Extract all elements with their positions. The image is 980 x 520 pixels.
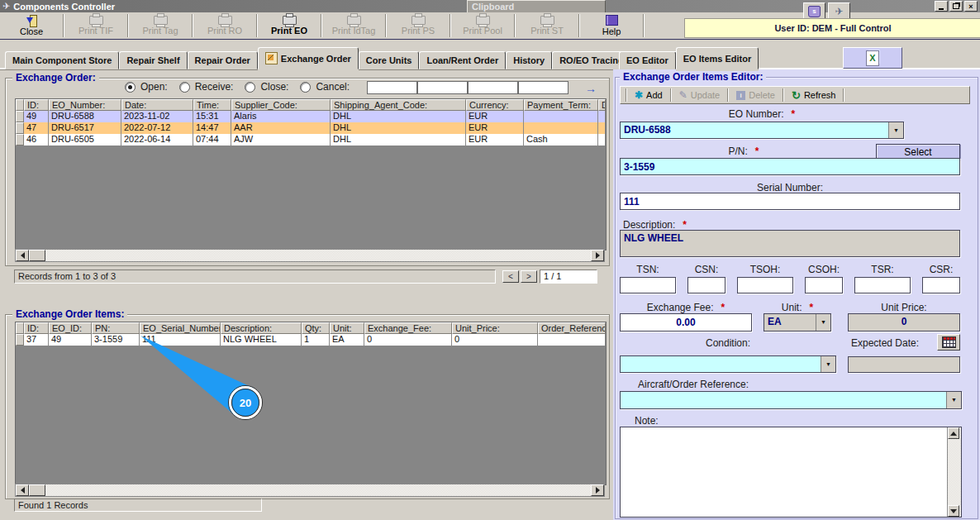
- radio-receive[interactable]: [179, 82, 190, 93]
- page-next-button[interactable]: >: [521, 270, 537, 283]
- exchange-fee-field[interactable]: [620, 313, 752, 332]
- tab-bar: Main Component Store Repair Shelf Repair…: [0, 47, 980, 69]
- col-exchange-fee: Exchange_Fee:: [364, 322, 452, 334]
- eo-table-row[interactable]: 49 DRU-6588 2023-11-02 15:31 Alaris DHL …: [16, 111, 606, 122]
- tsr-field[interactable]: [854, 277, 911, 293]
- scroll-thumb[interactable]: [29, 484, 45, 496]
- eo-number-combobox[interactable]: DRU-6588 ▼: [620, 122, 904, 139]
- items-table-empty-area: [16, 346, 606, 484]
- help-button[interactable]: Help: [582, 13, 641, 38]
- tsoh-field[interactable]: [737, 277, 793, 293]
- update-button[interactable]: ✎ Update: [674, 88, 725, 103]
- eo-table-hscrollbar[interactable]: [15, 249, 605, 262]
- serial-number-field[interactable]: [620, 193, 960, 210]
- radio-open[interactable]: [125, 82, 136, 93]
- radio-cancel[interactable]: [300, 82, 311, 93]
- main-tabs: Main Component Store Repair Shelf Repair…: [5, 47, 693, 69]
- update-pencil-icon: ✎: [679, 90, 687, 100]
- scroll-left-button[interactable]: [16, 250, 29, 261]
- minimize-button[interactable]: [935, 1, 948, 12]
- unit-combobox[interactable]: EA ▼: [764, 313, 831, 332]
- eo-filter-input-3[interactable]: [468, 81, 518, 94]
- chevron-down-icon[interactable]: ▼: [821, 356, 835, 372]
- refresh-button[interactable]: ↻ Refresh: [787, 88, 840, 103]
- scroll-left-button[interactable]: [16, 484, 29, 496]
- scroll-track[interactable]: [45, 484, 591, 496]
- unit-label: Unit:*: [764, 302, 831, 313]
- delete-button[interactable]: i Delete: [731, 88, 780, 103]
- col-unit: Unit:: [330, 322, 364, 334]
- print-st-button[interactable]: Print ST: [517, 13, 577, 38]
- eo-filter-input-4[interactable]: [518, 81, 568, 94]
- eo-filter-input-1[interactable]: [367, 81, 417, 94]
- tsn-field[interactable]: [620, 277, 676, 293]
- chevron-down-icon[interactable]: ▼: [888, 122, 903, 138]
- csoh-field[interactable]: [805, 277, 843, 293]
- tsoh-label: TSOH:: [750, 264, 781, 275]
- condition-label: Condition:: [620, 337, 836, 349]
- tab-history[interactable]: History: [506, 51, 552, 69]
- toolbar-separator: [643, 14, 645, 37]
- scroll-down-button[interactable]: [948, 505, 959, 517]
- note-vscrollbar[interactable]: [947, 427, 961, 517]
- unit-price-field[interactable]: 0: [848, 313, 960, 332]
- col-pn: PN:: [92, 322, 140, 334]
- chevron-down-icon[interactable]: ▼: [946, 392, 961, 408]
- eo-table-row[interactable]: 47 DRU-6517 2022-07-12 14:47 AAR DHL EUR: [16, 122, 606, 134]
- scroll-track[interactable]: [45, 250, 591, 261]
- print-tif-button[interactable]: Print TIF: [66, 13, 126, 38]
- tab-exchange-order[interactable]: Exchange Order: [258, 47, 359, 69]
- eo-filter-input-2[interactable]: [417, 81, 468, 94]
- csr-field[interactable]: [922, 277, 960, 293]
- items-table-row[interactable]: 37 49 3-1559 111 NLG WHEEL 1 EA 0 0: [16, 334, 606, 346]
- app-plane-icon: ✈: [2, 1, 10, 12]
- col-delivery: De: [598, 99, 606, 111]
- components-controller-window: ✈ Components Controller Clipboard × Clos…: [0, 0, 980, 520]
- export-excel-button[interactable]: X: [843, 47, 902, 69]
- close-button[interactable]: Close: [2, 13, 61, 38]
- note-area-wrap: [620, 427, 962, 518]
- tab-loan-rent-order[interactable]: Loan/Rent Order: [419, 51, 506, 69]
- expected-date-field[interactable]: [848, 356, 960, 373]
- chevron-down-icon[interactable]: ▼: [816, 314, 830, 331]
- eo-search-arrow-button[interactable]: →: [579, 80, 602, 96]
- print-eo-button[interactable]: Print EO: [259, 13, 319, 38]
- print-ps-button[interactable]: Print PS: [388, 13, 448, 38]
- print-idtag-button[interactable]: Print IdTag: [324, 13, 383, 38]
- tab-eo-items-editor[interactable]: EO Items Editor: [676, 47, 759, 69]
- editor-toolbar: ✱ Add ✎ Update i Delete ↻ Refresh: [620, 86, 970, 104]
- print-pool-button[interactable]: Print Pool: [453, 13, 512, 38]
- items-table: ID: EO_ID: PN: EO_Serial_Number Descript…: [15, 322, 607, 485]
- calendar-button[interactable]: [937, 334, 960, 351]
- pn-field[interactable]: [620, 158, 960, 175]
- tab-main-component-store[interactable]: Main Component Store: [5, 51, 119, 69]
- clipboard-toolbar-titlebar[interactable]: Clipboard: [467, 0, 606, 13]
- items-table-hscrollbar[interactable]: [15, 484, 605, 497]
- condition-combobox[interactable]: ▼: [620, 355, 836, 373]
- tab-core-units[interactable]: Core Units: [359, 51, 420, 69]
- close-window-button[interactable]: ×: [964, 1, 978, 12]
- tab-eo-editor[interactable]: EO Editor: [619, 51, 676, 69]
- add-button[interactable]: ✱ Add: [630, 88, 668, 103]
- print-ro-button[interactable]: Print RO: [195, 13, 255, 38]
- scroll-right-button[interactable]: [591, 250, 604, 261]
- scroll-thumb[interactable]: [29, 250, 45, 261]
- tab-repair-shelf[interactable]: Repair Shelf: [119, 51, 187, 69]
- aircraft-order-reference-combobox[interactable]: ▼: [620, 391, 962, 409]
- printer-icon: [283, 16, 297, 25]
- editor-title: Exchange Order Items Editor:: [620, 71, 766, 83]
- description-field[interactable]: NLG WHEEL: [620, 230, 960, 257]
- eo-table-row[interactable]: 46 DRU-6505 2022-06-14 07:44 AJW DHL EUR…: [16, 134, 606, 146]
- page-prev-button[interactable]: <: [502, 270, 519, 283]
- restore-button[interactable]: [949, 1, 963, 12]
- scroll-up-button[interactable]: [948, 427, 959, 439]
- csn-label: CSN:: [695, 264, 719, 275]
- csn-field[interactable]: [687, 277, 725, 293]
- radio-close[interactable]: [245, 82, 255, 93]
- items-table-header: ID: EO_ID: PN: EO_Serial_Number Descript…: [16, 322, 606, 334]
- note-textarea[interactable]: [621, 427, 947, 517]
- expected-date-label: Expected Date:: [851, 337, 919, 349]
- tab-repair-order[interactable]: Repair Order: [188, 51, 258, 69]
- scroll-right-button[interactable]: [591, 484, 604, 496]
- print-tag-button[interactable]: Print Tag: [131, 13, 190, 38]
